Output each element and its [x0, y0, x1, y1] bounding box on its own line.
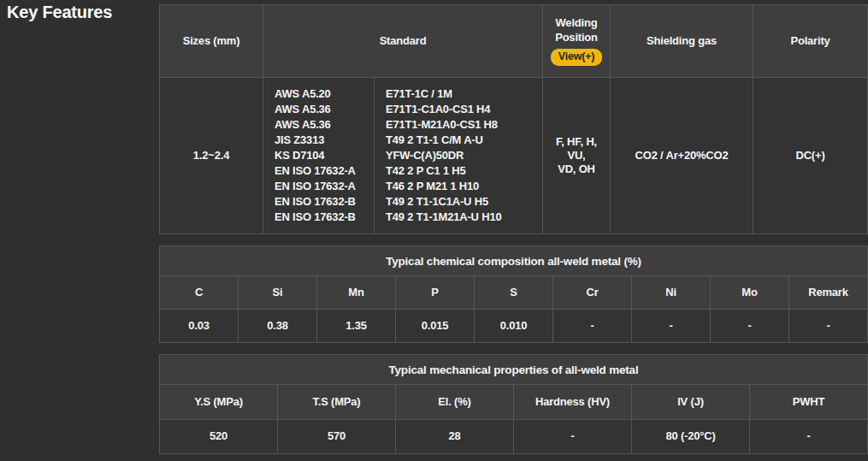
chemical-table-title: Typical chemical composition all-weld me…	[160, 246, 867, 275]
standard-name: AWS A5.36	[275, 117, 331, 133]
chem-value-cell: 1.35	[317, 310, 395, 342]
standard-code: E71T-1C / 1M	[386, 86, 452, 102]
mech-value-cell: 80 (-20°C)	[632, 420, 749, 453]
col-header-standard: Standard	[263, 5, 542, 77]
col-header-welding-position: Welding Position View(+)	[543, 5, 610, 77]
col-header-sizes: Sizes (mm)	[160, 5, 263, 77]
chem-header-cell: S	[475, 276, 552, 309]
standard-code: T46 2 P M21 1 H10	[386, 179, 479, 194]
standard-code: T49 2 T1-1 C/M A-U	[386, 133, 483, 148]
standard-code: T49 2 T1-1M21A-U H10	[386, 210, 501, 225]
standard-codes-list: E71T-1C / 1ME71T1-C1A0-CS1 H4E71T1-M21A0…	[375, 78, 542, 233]
chem-header-cell: Cr	[553, 276, 631, 309]
chem-header-cell: P	[396, 276, 474, 309]
polarity-value: DC(+)	[753, 78, 867, 233]
col-header-polarity: Polarity	[753, 5, 867, 77]
mech-value-cell: -	[750, 420, 867, 453]
mech-value-cell: 570	[278, 420, 395, 453]
chem-value-cell: -	[711, 310, 788, 342]
standard-code: E71T1-M21A0-CS1 H8	[386, 117, 498, 133]
welding-position-label: Welding Position	[545, 16, 608, 44]
welding-position-value: F, HF, H, VU, VD, OH	[543, 78, 610, 233]
mech-header-cell: El. (%)	[396, 385, 513, 419]
chemical-header-row: CSiMnPSCrNiMoRemark	[160, 276, 867, 309]
page-title: Key Features	[7, 3, 112, 22]
standard-name: KS D7104	[275, 148, 324, 163]
spec-table: Sizes (mm) Standard Welding Position Vie…	[159, 4, 868, 234]
mech-header-cell: Y.S (MPa)	[160, 385, 277, 419]
mech-header-cell: IV (J)	[632, 385, 749, 419]
chem-header-cell: Mo	[711, 276, 788, 309]
standard-name: AWS A5.36	[275, 102, 331, 117]
mechanical-table-title: Typical mechanical properties of all-wel…	[160, 355, 867, 384]
chem-header-cell: Ni	[632, 276, 710, 309]
mechanical-value-row: 52057028-80 (-20°C)-	[160, 420, 867, 453]
view-positions-button[interactable]: View(+)	[551, 49, 602, 66]
chem-header-cell: Si	[239, 276, 316, 309]
chem-value-cell: 0.03	[160, 310, 238, 342]
standard-code: YFW-C(A)50DR	[386, 148, 464, 163]
page: Key Features Sizes (mm) Standard Welding…	[0, 0, 868, 461]
chem-value-cell: -	[632, 310, 710, 342]
chem-value-cell: 0.010	[475, 310, 552, 342]
standard-code: E71T1-C1A0-CS1 H4	[386, 102, 490, 117]
mechanical-header-row: Y.S (MPa)T.S (MPa)El. (%)Hardness (HV)IV…	[160, 385, 867, 419]
chemical-composition-table: Typical chemical composition all-weld me…	[159, 245, 868, 343]
col-header-shielding-gas: Shielding gas	[611, 5, 753, 77]
chem-value-cell: -	[789, 310, 867, 342]
standard-names-list: AWS A5.20AWS A5.36AWS A5.36JIS Z3313KS D…	[263, 78, 374, 233]
mech-header-cell: Hardness (HV)	[514, 385, 631, 419]
chem-header-cell: C	[160, 276, 238, 309]
standard-code: T49 2 T1-1C1A-U H5	[386, 194, 488, 210]
standard-name: EN ISO 17632-B	[275, 194, 356, 210]
standard-code: T42 2 P C1 1 H5	[386, 163, 466, 179]
mech-value-cell: -	[514, 420, 631, 453]
standard-name: AWS A5.20	[275, 86, 331, 102]
chem-value-cell: 0.015	[396, 310, 474, 342]
chem-value-cell: -	[553, 310, 631, 342]
standard-name: EN ISO 17632-A	[275, 179, 356, 194]
standard-name: JIS Z3313	[275, 133, 324, 148]
mechanical-properties-table: Typical mechanical properties of all-wel…	[159, 354, 868, 454]
chem-value-cell: 0.38	[239, 310, 316, 342]
mech-value-cell: 28	[396, 420, 513, 453]
standard-name: EN ISO 17632-B	[275, 210, 356, 225]
shielding-gas-value: CO2 / Ar+20%CO2	[611, 78, 753, 233]
mech-value-cell: 520	[160, 420, 277, 453]
chemical-value-row: 0.030.381.350.0150.010----	[160, 310, 867, 342]
mech-header-cell: PWHT	[750, 385, 867, 419]
standard-name: EN ISO 17632-A	[275, 163, 356, 179]
chem-header-cell: Remark	[789, 276, 867, 309]
mech-header-cell: T.S (MPa)	[278, 385, 395, 419]
chem-header-cell: Mn	[317, 276, 395, 309]
sizes-value: 1.2~2.4	[160, 78, 263, 233]
